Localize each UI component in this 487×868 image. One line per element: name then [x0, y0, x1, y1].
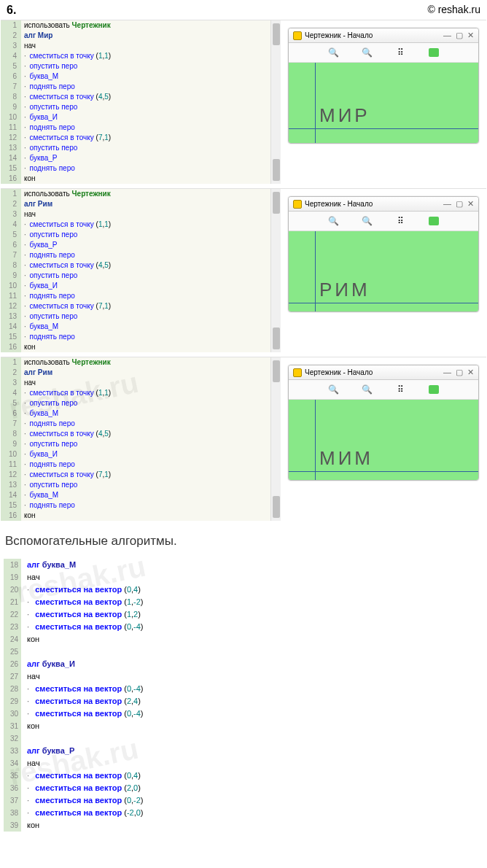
line-number: 27 [4, 670, 21, 683]
minimize-button[interactable]: — [443, 368, 451, 377]
line-number: 36 [4, 782, 21, 794]
line-number: 7 [1, 250, 21, 260]
code-line: 8 · сместиться в точку (4,5) [1, 92, 270, 102]
code-line: 16 кон [1, 511, 270, 521]
line-number: 23 [4, 621, 21, 633]
canvas-text: РИМ [319, 279, 370, 301]
line-number: 8 [1, 92, 21, 102]
code-line: 13 · опустить перо [1, 311, 270, 322]
scrollbar[interactable] [270, 20, 281, 184]
line-number: 18 [4, 559, 21, 571]
zoom-out-icon[interactable]: 🔍 [361, 384, 373, 395]
code-line: 2 алг Рим [1, 199, 270, 209]
code-line: 3 нач [1, 378, 270, 388]
code-editor[interactable]: 1 использовать Чертежник 2 алг Рим 3 нач… [1, 357, 270, 521]
code-line: 3 нач [1, 41, 270, 51]
code-editor[interactable]: 1 использовать Чертежник 2 алг Рим 3 нач… [1, 189, 270, 352]
line-number: 16 [1, 342, 21, 352]
maximize-button[interactable]: ▢ [456, 368, 463, 377]
code-line: 10 · буква_И [1, 281, 270, 291]
minimize-button[interactable]: — [443, 199, 451, 209]
zoom-in-icon[interactable]: 🔍 [327, 384, 339, 395]
line-number: 1 [1, 357, 21, 368]
line-number: 5 [1, 398, 21, 408]
aux-code-line: 37 · сместиться на вектор (0,-2) [4, 794, 483, 807]
close-button[interactable]: ✕ [467, 199, 474, 209]
line-number: 39 [4, 819, 21, 832]
close-button[interactable]: ✕ [467, 31, 474, 40]
close-button[interactable]: ✕ [467, 368, 474, 377]
line-number: 30 [4, 708, 21, 720]
aux-title: Вспомогательные алгоритмы. [1, 525, 486, 556]
code-line: 9 · опустить перо [1, 102, 270, 112]
line-number: 10 [1, 112, 21, 123]
aux-code-line: 21 · сместиться на вектор (1,-2) [4, 596, 483, 608]
code-line: 13 · опустить перо [1, 480, 270, 490]
line-number: 15 [1, 163, 21, 174]
aux-code-line: 38 · сместиться на вектор (-2,0) [4, 807, 483, 819]
minimize-button[interactable]: — [443, 31, 451, 40]
zoom-out-icon[interactable]: 🔍 [361, 47, 373, 58]
site-label: © reshak.ru [427, 4, 480, 15]
code-line: 7 · поднять перо [1, 419, 270, 429]
scrollbar[interactable] [270, 189, 281, 352]
run-icon[interactable] [428, 384, 440, 395]
code-line: 4 · сместиться в точку (1,1) [1, 220, 270, 230]
line-number: 2 [1, 31, 21, 41]
line-number: 15 [1, 500, 21, 511]
aux-code-line: 26 алг буква_И [4, 658, 483, 670]
output-window: Чертежник - Начало — ▢ ✕ 🔍 🔍 ⠿ [288, 365, 479, 481]
aux-code-line: 29 · сместиться на вектор (2,4) [4, 695, 483, 708]
aux-code-line: 24 кон [4, 633, 483, 646]
line-number: 12 [1, 133, 21, 143]
code-line: 15 · поднять перо [1, 500, 270, 511]
aux-code-line: 19 нач [4, 571, 483, 584]
zoom-in-icon[interactable]: 🔍 [327, 215, 339, 227]
zoom-in-icon[interactable]: 🔍 [327, 47, 339, 58]
line-number: 6 [1, 71, 21, 82]
maximize-button[interactable]: ▢ [456, 199, 463, 209]
code-line: 14 · буква_М [1, 490, 270, 500]
scrollbar[interactable] [270, 357, 281, 521]
line-number: 33 [4, 745, 21, 757]
aux-code-line: 23 · сместиться на вектор (0,-4) [4, 621, 483, 633]
line-number: 13 [1, 311, 21, 322]
run-icon[interactable] [428, 215, 440, 227]
aux-code-line: 32 [4, 732, 483, 745]
maximize-button[interactable]: ▢ [456, 31, 463, 40]
code-line: 12 · сместиться в точку (7,1) [1, 133, 270, 143]
line-number: 21 [4, 596, 21, 608]
line-number: 24 [4, 633, 21, 646]
line-number: 11 [1, 460, 21, 470]
grid-icon[interactable]: ⠿ [394, 215, 406, 227]
line-number: 10 [1, 449, 21, 460]
grid-icon[interactable]: ⠿ [394, 384, 406, 395]
code-line: 3 нач [1, 209, 270, 220]
line-number: 4 [1, 388, 21, 398]
line-number: 9 [1, 102, 21, 112]
aux-code-line: 30 · сместиться на вектор (0,-4) [4, 708, 483, 720]
line-number: 2 [1, 368, 21, 378]
line-number: 7 [1, 419, 21, 429]
code-line: 5 · опустить перо [1, 61, 270, 71]
code-line: 7 · поднять перо [1, 82, 270, 92]
run-icon[interactable] [428, 47, 440, 58]
app-icon [293, 368, 302, 377]
aux-code-line: 20 · сместиться на вектор (0,4) [4, 584, 483, 596]
code-line: 2 алг Мир [1, 31, 270, 41]
grid-icon[interactable]: ⠿ [394, 47, 406, 58]
output-window: Чертежник - Начало — ▢ ✕ 🔍 🔍 ⠿ [288, 196, 479, 312]
code-line: 5 · опустить перо [1, 230, 270, 240]
line-number: 32 [4, 732, 21, 745]
code-editor[interactable]: 1 использовать Чертежник 2 алг Мир 3 нач… [1, 20, 270, 184]
code-line: 13 · опустить перо [1, 143, 270, 153]
line-number: 6 [1, 240, 21, 250]
app-icon [293, 200, 302, 209]
line-number: 22 [4, 608, 21, 621]
line-number: 5 [1, 230, 21, 240]
window-title: Чертежник - Начало [305, 368, 373, 376]
window-title: Чертежник - Начало [305, 200, 373, 208]
line-number: 14 [1, 490, 21, 500]
zoom-out-icon[interactable]: 🔍 [361, 215, 373, 227]
aux-code-line: 25 [4, 646, 483, 658]
